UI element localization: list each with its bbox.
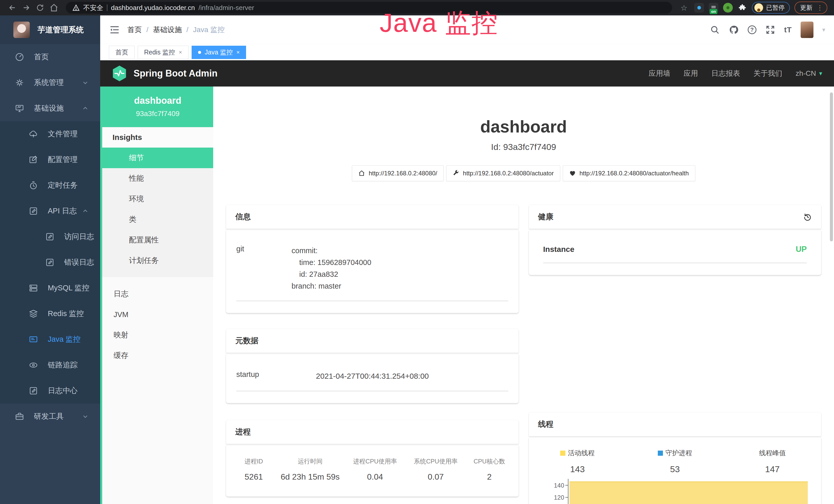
gauge-icon (15, 52, 24, 62)
sba-item-jvm[interactable]: JVM (102, 304, 213, 325)
value-daemon-threads: 53 (626, 464, 724, 474)
sidebar-item-error-log[interactable]: 错误日志 (0, 250, 100, 275)
breadcrumb-home[interactable]: 首页 (127, 25, 142, 35)
sba-item-mappings[interactable]: 映射 (102, 325, 213, 345)
sidebar-item-label: 错误日志 (64, 257, 94, 268)
chart-y-axis (568, 479, 568, 504)
y-tick-mark (565, 485, 568, 485)
history-icon[interactable] (803, 212, 812, 221)
metadata-row-value: 2021-04-27T00:44:31.254+08:00 (316, 370, 429, 382)
sidebar-item-log-center[interactable]: 日志中心 (0, 378, 100, 404)
actuator-url-button[interactable]: http://192.168.0.2:48080/actuator (446, 165, 560, 181)
sidebar-item-tracing[interactable]: 链路追踪 (0, 352, 100, 378)
sba-nav-journal[interactable]: 日志报表 (711, 69, 740, 78)
extension-icon-3[interactable] (723, 3, 733, 13)
browser-update-button[interactable]: 更新 ⋮ (794, 2, 827, 14)
sba-item-scheduled-tasks[interactable]: 计划任务 (102, 250, 213, 271)
browser-back-icon[interactable] (7, 2, 18, 13)
fullscreen-icon[interactable] (765, 25, 775, 35)
column-header: 进程ID (231, 457, 277, 465)
bookmark-star-icon[interactable]: ☆ (678, 2, 690, 13)
avatar-caret-icon[interactable]: ▾ (822, 26, 825, 33)
sba-item-classes[interactable]: 类 (102, 209, 213, 230)
cell-cpu-cores: 2 (465, 472, 513, 482)
sba-item-config-props[interactable]: 配置属性 (102, 230, 213, 250)
sba-item-label: 映射 (113, 330, 128, 340)
sba-section-insights: Insights (102, 127, 213, 147)
health-card: 健康 Instance UP (529, 205, 821, 275)
app-logo-row[interactable]: 芋道管理系统 (0, 16, 100, 44)
search-icon[interactable] (710, 25, 720, 35)
row-divider (236, 301, 508, 301)
close-icon[interactable]: × (179, 49, 182, 56)
actuator-url-label: http://192.168.0.2:48080/actuator (463, 170, 554, 177)
sidebar-item-scheduled-jobs[interactable]: 定时任务 (0, 173, 100, 198)
sba-nav-wallboard[interactable]: 应用墙 (649, 69, 671, 78)
address-bar[interactable]: 不安全 dashboard.yudao.iocoder.cn/infra/adm… (66, 2, 672, 14)
app-sidebar: 芋道管理系统 首页 系统管理 (0, 16, 100, 504)
cell-system-cpu: 0.07 (406, 472, 465, 482)
chevron-up-icon (82, 208, 88, 214)
extensions-puzzle-icon[interactable] (738, 3, 747, 13)
legend-live-threads: 活动线程 (529, 449, 626, 458)
sidebar-collapse-icon[interactable] (109, 24, 120, 36)
layers-icon (29, 309, 38, 318)
security-label[interactable]: 不安全 (83, 3, 103, 12)
tab-bar: 首页 Redis 监控 × Java 监控 × (100, 44, 834, 60)
tab-java-monitor[interactable]: Java 监控 × (192, 46, 246, 59)
sidebar-item-api-log[interactable]: API 日志 (0, 198, 100, 224)
sba-item-label: 环境 (129, 194, 144, 204)
sidebar-item-config-management[interactable]: 配置管理 (0, 147, 100, 173)
sidebar-item-access-log[interactable]: 访问日志 (0, 224, 100, 250)
sidebar-item-infra[interactable]: 基础设施 (0, 95, 100, 121)
sba-nav-about[interactable]: 关于我们 (753, 69, 782, 78)
sba-item-details[interactable]: 细节 (102, 147, 213, 168)
sidebar-item-home[interactable]: 首页 (0, 44, 100, 70)
github-icon[interactable] (729, 25, 739, 35)
sba-brand[interactable]: Spring Boot Admin (112, 65, 218, 82)
close-icon[interactable]: × (237, 49, 240, 56)
tab-redis-monitor[interactable]: Redis 监控 × (138, 46, 189, 59)
health-instance-label[interactable]: Instance (543, 245, 575, 254)
browser-home-icon[interactable] (48, 2, 60, 13)
extension-icon-1[interactable] (694, 3, 704, 13)
sba-locale-select[interactable]: zh-CN ▾ (796, 69, 822, 77)
eye-icon (29, 361, 38, 370)
cell-uptime: 6d 23h 15m 59s (277, 472, 344, 482)
sba-item-environment[interactable]: 环境 (102, 189, 213, 209)
legend-swatch-yellow (560, 451, 565, 456)
metadata-card-title: 元数据 (235, 336, 258, 346)
sba-instance-block[interactable]: dashboard 93a3fc7f7409 (102, 87, 213, 127)
page-scrollbar[interactable] (830, 92, 833, 241)
column-header: 运行时间 (277, 457, 344, 465)
sidebar-item-dev-tools[interactable]: 研发工具 (0, 404, 100, 429)
help-icon[interactable]: ? (748, 25, 756, 34)
sidebar-item-label: 定时任务 (48, 180, 78, 190)
paused-profile-chip[interactable]: 已暂停 (752, 2, 790, 14)
sidebar-item-mysql-monitor[interactable]: MySQL 监控 (0, 275, 100, 301)
breadcrumb-infra[interactable]: 基础设施 (153, 25, 182, 35)
sidebar-item-file-management[interactable]: 文件管理 (0, 121, 100, 147)
service-url-button[interactable]: http://192.168.0.2:48080/ (352, 165, 444, 181)
metadata-row-label: startup (236, 370, 316, 382)
extension-icon-2[interactable]: on (709, 3, 719, 13)
browser-menu-kebab-icon[interactable]: ⋮ (816, 4, 823, 11)
font-size-icon[interactable]: tT (784, 25, 792, 34)
user-avatar[interactable] (800, 22, 813, 38)
tab-home[interactable]: 首页 (109, 46, 135, 59)
sba-item-metrics[interactable]: 性能 (102, 168, 213, 189)
sidebar-item-label: Java 监控 (48, 334, 81, 345)
sba-item-caches[interactable]: 缓存 (102, 345, 213, 366)
sidebar-item-redis-monitor[interactable]: Redis 监控 (0, 301, 100, 327)
sba-item-logfile[interactable]: 日志 (102, 284, 213, 304)
insecure-warning-icon[interactable] (72, 4, 80, 11)
sba-item-label: 计划任务 (129, 255, 159, 266)
sidebar-item-system[interactable]: 系统管理 (0, 70, 100, 95)
sidebar-item-java-monitor[interactable]: Java 监控 (0, 327, 100, 352)
browser-reload-icon[interactable] (35, 2, 46, 13)
browser-forward-icon[interactable] (21, 2, 32, 13)
row-divider (236, 391, 508, 391)
health-url-button[interactable]: http://192.168.0.2:48080/actuator/health (563, 165, 695, 181)
app-title: 芋道管理系统 (38, 25, 84, 35)
sba-nav-applications[interactable]: 应用 (684, 69, 698, 78)
